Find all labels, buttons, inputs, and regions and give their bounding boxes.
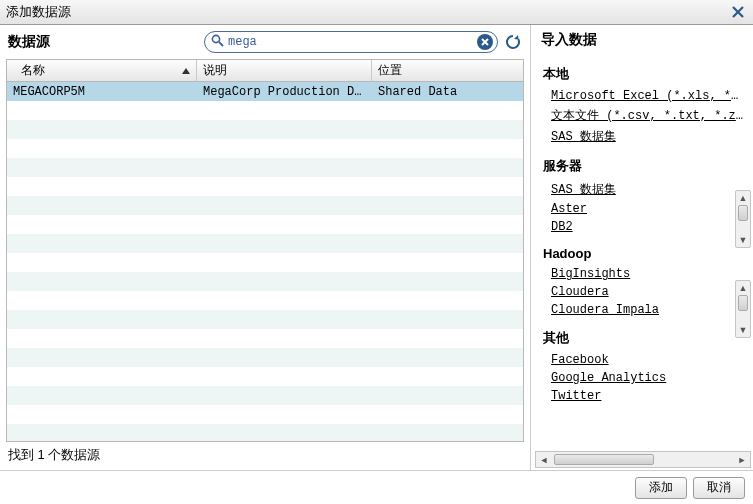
section-title: 服务器 [535, 147, 751, 179]
left-pane: 数据源 [0, 25, 531, 470]
hscroll-thumb[interactable] [554, 454, 654, 465]
results-table: 名称 说明 位置 MEGACORP5MMegaCorp Production D… [6, 59, 524, 442]
search-icon [211, 34, 224, 50]
table-row [7, 405, 523, 424]
dialog-title: 添加数据源 [6, 3, 729, 21]
table-row [7, 253, 523, 272]
table-header: 名称 说明 位置 [7, 60, 523, 82]
results-count: 找到 1 个数据源 [0, 442, 530, 470]
left-heading: 数据源 [8, 33, 198, 51]
dialog-footer: 添加 取消 [0, 470, 753, 504]
clear-search-icon[interactable] [477, 34, 493, 50]
close-icon[interactable] [729, 3, 747, 21]
import-link[interactable]: Aster [551, 200, 745, 218]
scroll-left-icon[interactable]: ◄ [536, 452, 552, 467]
table-row [7, 386, 523, 405]
table-row [7, 348, 523, 367]
scroll-right-icon[interactable]: ► [734, 452, 750, 467]
import-link[interactable]: Cloudera Impala [551, 301, 745, 319]
col-header-desc[interactable]: 说明 [197, 60, 372, 81]
section-title: Hadoop [535, 236, 751, 265]
refresh-icon[interactable] [504, 33, 522, 51]
table-row [7, 367, 523, 386]
add-data-source-dialog: 添加数据源 数据源 [0, 0, 753, 504]
import-panel: 本地Microsoft Excel (*.xls, *.xlsx, *.文本文件… [535, 55, 751, 451]
right-pane: 导入数据 本地Microsoft Excel (*.xls, *.xlsx, *… [531, 25, 753, 470]
table-row [7, 101, 523, 120]
title-bar: 添加数据源 [0, 0, 753, 25]
import-link[interactable]: BigInsights [551, 265, 745, 283]
import-link[interactable]: SAS 数据集 [551, 179, 745, 200]
table-row [7, 234, 523, 253]
svg-point-0 [212, 35, 219, 42]
import-link[interactable]: DB2 [551, 218, 745, 236]
table-row [7, 120, 523, 139]
import-link[interactable]: SAS 数据集 [551, 126, 745, 147]
table-row [7, 158, 523, 177]
cell-name: MEGACORP5M [7, 85, 197, 99]
import-link[interactable]: Twitter [551, 387, 745, 405]
dialog-body: 数据源 [0, 25, 753, 470]
table-row [7, 139, 523, 158]
table-row [7, 310, 523, 329]
section-title: 其他 [535, 319, 751, 351]
table-row [7, 215, 523, 234]
cancel-button[interactable]: 取消 [693, 477, 745, 499]
col-header-name[interactable]: 名称 [7, 60, 197, 81]
import-link[interactable]: Cloudera [551, 283, 745, 301]
import-link[interactable]: Facebook [551, 351, 745, 369]
import-link[interactable]: 文本文件 (*.csv, *.txt, *.zip) [551, 105, 745, 126]
search-box [204, 31, 498, 53]
col-header-loc[interactable]: 位置 [372, 60, 523, 81]
import-link[interactable]: Microsoft Excel (*.xls, *.xlsx, *. [551, 87, 745, 105]
table-body: MEGACORP5MMegaCorp Production Dat...Shar… [7, 82, 523, 441]
section-title: 本地 [535, 55, 751, 87]
left-header: 数据源 [0, 25, 530, 55]
table-row [7, 424, 523, 441]
table-row[interactable]: MEGACORP5MMegaCorp Production Dat...Shar… [7, 82, 523, 101]
cell-loc: Shared Data [372, 85, 523, 99]
add-button[interactable]: 添加 [635, 477, 687, 499]
svg-line-1 [219, 42, 223, 46]
table-row [7, 291, 523, 310]
right-heading: 导入数据 [531, 25, 753, 51]
import-link[interactable]: Google Analytics [551, 369, 745, 387]
search-wrap [204, 31, 522, 53]
table-row [7, 196, 523, 215]
search-input[interactable] [228, 35, 477, 49]
table-row [7, 272, 523, 291]
cell-desc: MegaCorp Production Dat... [197, 85, 372, 99]
table-row [7, 177, 523, 196]
table-row [7, 329, 523, 348]
import-hscroll[interactable]: ◄ ► [535, 451, 751, 468]
